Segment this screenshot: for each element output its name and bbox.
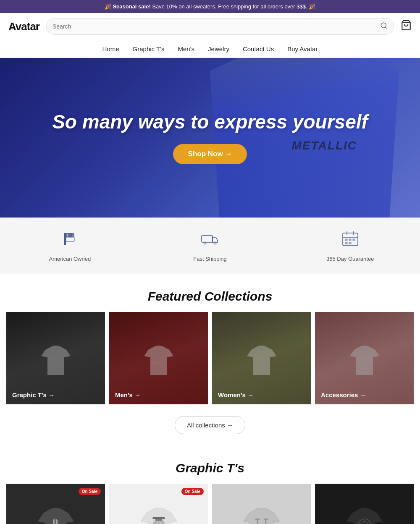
search-input[interactable] — [52, 23, 377, 30]
american-owned-label: American Owned — [49, 256, 91, 262]
hero-content: So many ways to express yourself Shop No… — [35, 111, 385, 165]
hero-title: So many ways to express yourself — [52, 111, 368, 133]
search-bar[interactable] — [46, 18, 394, 35]
fast-shipping-label: Fast Shipping — [193, 256, 227, 262]
shop-now-button[interactable]: Shop Now → — [173, 144, 247, 164]
announcement-highlight: Seasonal sale! — [113, 3, 150, 10]
hero-section: METALLIC So many ways to express yoursel… — [0, 58, 420, 217]
svg-rect-3 — [64, 233, 66, 245]
svg-point-10 — [214, 242, 216, 244]
cart-button[interactable] — [401, 20, 412, 33]
collection-accessories-label: Accessories → — [321, 391, 366, 398]
collection-mens[interactable]: Tealer Men's → — [109, 312, 208, 404]
truck-icon — [201, 230, 219, 252]
svg-rect-15 — [345, 239, 347, 241]
collections-grid: Graphic T's → Tealer Men's → Women's → — [0, 312, 420, 404]
feature-guarantee: 365 Day Guarantee — [280, 218, 420, 274]
svg-rect-6 — [66, 233, 68, 237]
product-3-image — [212, 484, 311, 524]
collection-graphic-ts-label: Graphic T's → — [12, 391, 55, 398]
collection-graphic-ts[interactable]: Graphic T's → — [6, 312, 105, 404]
flag-icon — [60, 230, 79, 252]
nav-graphic-ts[interactable]: Graphic T's — [133, 45, 165, 52]
feature-fast-shipping: Fast Shipping — [140, 218, 281, 274]
graphic-ts-title: Graphic T's — [0, 446, 420, 484]
features-row: American Owned Fast Shipping — [0, 217, 420, 274]
search-button[interactable] — [380, 22, 388, 31]
product-2-image: On Sale — [109, 484, 208, 524]
on-sale-badge-2: On Sale — [181, 488, 204, 495]
guarantee-label: 365 Day Guarantee — [326, 256, 374, 262]
product-2[interactable]: On Sale — [109, 484, 208, 524]
svg-rect-17 — [353, 239, 355, 241]
svg-rect-16 — [349, 239, 351, 241]
svg-rect-5 — [66, 237, 74, 241]
announcement-emoji-left: 🎉 — [105, 3, 111, 10]
svg-rect-29 — [264, 519, 268, 520]
nav-contact-us[interactable]: Contact Us — [243, 45, 274, 52]
all-collections-button[interactable]: All collections → — [175, 416, 245, 434]
logo: Avatar — [8, 20, 39, 33]
feature-american-owned: American Owned — [0, 218, 140, 274]
collection-womens-label: Women's → — [218, 391, 254, 398]
product-1-image: On Sale — [6, 484, 105, 524]
svg-rect-23 — [152, 517, 165, 519]
nav-home[interactable]: Home — [102, 45, 119, 52]
graphic-ts-section: Graphic T's On Sale On Sale — [0, 446, 420, 524]
featured-collections-title: Featured Collections — [0, 274, 420, 312]
product-3[interactable] — [212, 484, 311, 524]
featured-collections-section: Featured Collections Graphic T's → Teale… — [0, 274, 420, 446]
graphic-ts-grid: On Sale On Sale — [0, 484, 420, 524]
svg-rect-19 — [349, 242, 351, 244]
nav-mens[interactable]: Men's — [178, 45, 195, 52]
svg-point-0 — [381, 23, 386, 28]
collection-mens-label: Men's → — [115, 391, 141, 398]
nav-jewelry[interactable]: Jewelry — [208, 45, 229, 52]
collection-womens[interactable]: Women's → — [212, 312, 311, 404]
product-4[interactable] — [315, 484, 414, 524]
svg-rect-28 — [255, 519, 260, 520]
product-4-image — [315, 484, 414, 524]
calendar-icon — [341, 230, 360, 252]
svg-text:Tealer: Tealer — [152, 361, 163, 365]
main-nav: Home Graphic T's Men's Jewelry Contact U… — [0, 40, 420, 58]
nav-buy-avatar[interactable]: Buy Avatar — [287, 45, 318, 52]
all-collections-btn-wrap: All collections → — [0, 404, 420, 446]
product-1[interactable]: On Sale — [6, 484, 105, 524]
announcement-bar: 🎉 Seasonal sale! Save 10% on all sweater… — [0, 0, 420, 13]
header: Avatar — [0, 13, 420, 40]
svg-line-1 — [385, 27, 386, 28]
svg-rect-18 — [345, 242, 347, 244]
svg-point-9 — [204, 242, 206, 244]
announcement-text: Save 10% on all sweaters. Free shipping … — [152, 3, 307, 10]
on-sale-badge-1: On Sale — [79, 488, 101, 495]
collection-accessories[interactable]: Accessories → — [315, 312, 414, 404]
svg-rect-8 — [202, 236, 213, 242]
announcement-emoji-right: 🎉 — [309, 3, 315, 10]
